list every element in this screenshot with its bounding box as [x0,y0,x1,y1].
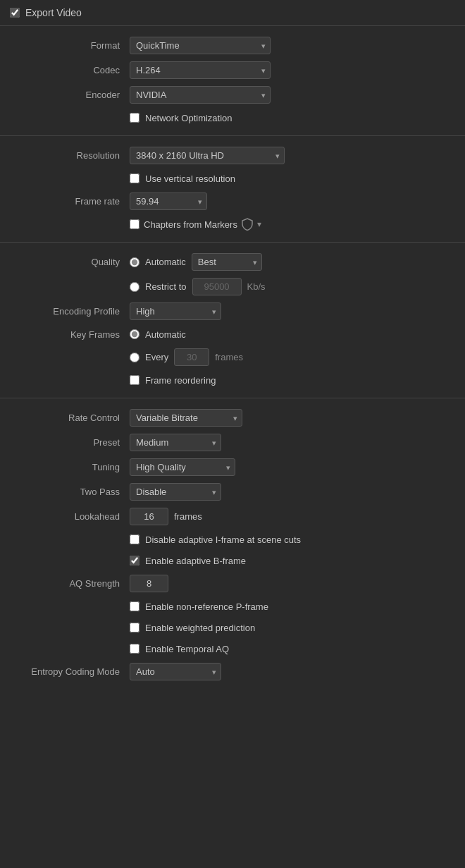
aq-strength-input[interactable] [130,575,168,592]
enable-non-ref-row: Enable non-reference P-frame [0,596,465,617]
resolution-row: Resolution 3840 x 2160 Ultra HD 1920 x 1… [0,143,465,168]
key-frames-label: Key Frames [10,329,130,340]
preset-row: Preset Medium Slow Fast Ultra Fast [0,430,465,455]
resolution-label: Resolution [10,150,130,161]
frame-rate-controls: 59.94 29.97 23.976 24 25 30 60 [130,192,207,210]
key-every-radio[interactable] [130,353,140,362]
resolution-section: Resolution 3840 x 2160 Ultra HD 1920 x 1… [0,136,465,243]
quality-row: Quality Automatic Best High Medium Low [0,250,465,274]
frame-rate-row: Frame rate 59.94 29.97 23.976 24 25 30 6… [0,189,465,214]
encoder-select[interactable]: NVIDIA Software AMD [130,86,271,104]
frame-reordering-controls: Frame reordering [130,375,216,386]
two-pass-select[interactable]: Disable Enable [130,483,221,501]
format-label: Format [10,40,130,51]
enable-adaptive-b-checkbox[interactable] [130,556,140,566]
enable-weighted-checkbox[interactable] [130,623,140,632]
quality-section: Quality Automatic Best High Medium Low R [0,243,465,398]
entropy-coding-select-wrap: Auto CABAC CAVLC [130,663,221,680]
quality-best-select[interactable]: Best High Medium Low [192,253,262,271]
network-opt-row: Network Optimization [0,107,465,128]
quality-best-select-wrap: Best High Medium Low [192,253,262,271]
disable-adaptive-checkbox[interactable] [130,534,140,544]
rate-control-label: Rate Control [10,412,130,423]
format-controls: QuickTime MP4 MXF AVI [130,37,271,54]
encoder-controls: NVIDIA Software AMD [130,86,271,104]
disable-adaptive-row: Disable adaptive I-frame at scene cuts [0,529,465,550]
export-video-label[interactable]: Export Video [10,7,82,18]
key-every-label: Every [145,352,168,362]
tuning-controls: High Quality Low Latency Ultra Low Laten… [130,458,235,476]
preset-controls: Medium Slow Fast Ultra Fast [130,434,221,451]
encoder-row: Encoder NVIDIA Software AMD [0,82,465,107]
quality-label: Quality [10,257,130,267]
encoding-profile-row: Encoding Profile High Main Baseline [0,299,465,324]
key-automatic-radio[interactable] [130,329,140,339]
key-automatic-label: Automatic [145,329,186,340]
export-video-header: Export Video [0,0,465,26]
restrict-to-input[interactable] [192,278,242,295]
enable-weighted-controls: Enable weighted prediction [130,623,255,633]
rate-control-select[interactable]: Variable Bitrate Constant Bitrate Consta… [130,409,242,427]
lookahead-frames-label: frames [174,511,202,522]
encoding-profile-select[interactable]: High Main Baseline [130,302,221,320]
entropy-coding-controls: Auto CABAC CAVLC [130,663,221,680]
entropy-coding-label: Entropy Coding Mode [10,666,130,677]
key-frames-row: Key Frames Automatic [0,324,465,345]
enable-non-ref-controls: Enable non-reference P-frame [130,601,268,612]
frame-rate-select[interactable]: 59.94 29.97 23.976 24 25 30 60 [130,192,207,210]
use-vertical-controls: Use vertical resolution [130,173,235,184]
enable-weighted-row: Enable weighted prediction [0,617,465,638]
entropy-coding-select[interactable]: Auto CABAC CAVLC [130,663,221,680]
frame-reordering-label: Frame reordering [145,375,216,386]
entropy-coding-row: Entropy Coding Mode Auto CABAC CAVLC [0,659,465,684]
enable-temporal-controls: Enable Temporal AQ [130,644,229,654]
chapters-checkbox[interactable] [130,219,140,229]
enable-non-ref-label: Enable non-reference P-frame [145,601,268,612]
rate-control-row: Rate Control Variable Bitrate Constant B… [0,405,465,430]
codec-select-wrap: H.264 H.265 ProRes [130,61,271,79]
enable-temporal-label: Enable Temporal AQ [145,644,229,654]
enable-adaptive-b-label: Enable adaptive B-frame [145,556,246,566]
enable-adaptive-b-controls: Enable adaptive B-frame [130,556,246,566]
format-select-wrap: QuickTime MP4 MXF AVI [130,37,271,54]
encoding-profile-select-wrap: High Main Baseline [130,302,221,320]
network-opt-checkbox[interactable] [130,113,140,123]
aq-strength-row: AQ Strength [0,571,465,596]
frame-reordering-row: Frame reordering [0,369,465,391]
advanced-section: Rate Control Variable Bitrate Constant B… [0,398,465,691]
shield-icon [242,218,253,231]
tuning-select[interactable]: High Quality Low Latency Ultra Low Laten… [130,458,235,476]
enable-temporal-row: Enable Temporal AQ [0,638,465,659]
enable-non-ref-checkbox[interactable] [130,601,140,611]
export-video-checkbox[interactable] [10,8,20,18]
codec-label: Codec [10,65,130,75]
format-section: Format QuickTime MP4 MXF AVI Codec H.264 [0,26,465,136]
key-every-row: Every frames [0,345,465,369]
enable-temporal-checkbox[interactable] [130,644,140,654]
format-select[interactable]: QuickTime MP4 MXF AVI [130,37,271,54]
enable-adaptive-b-row: Enable adaptive B-frame [0,550,465,571]
codec-select[interactable]: H.264 H.265 ProRes [130,61,271,79]
codec-row: Codec H.264 H.265 ProRes [0,58,465,82]
resolution-select[interactable]: 3840 x 2160 Ultra HD 1920 x 1080 HD 1280… [130,147,285,164]
preset-select[interactable]: Medium Slow Fast Ultra Fast [130,434,221,451]
lookahead-input[interactable] [130,508,168,525]
format-row: Format QuickTime MP4 MXF AVI [0,33,465,58]
preset-select-wrap: Medium Slow Fast Ultra Fast [130,434,221,451]
use-vertical-checkbox[interactable] [130,173,140,183]
encoding-profile-label: Encoding Profile [10,306,130,317]
resolution-controls: 3840 x 2160 Ultra HD 1920 x 1080 HD 1280… [130,147,285,164]
frame-reordering-checkbox[interactable] [130,375,140,385]
quality-automatic-radio[interactable] [130,257,140,267]
chapters-controls: Chapters from Markers ▾ [130,218,261,231]
two-pass-row: Two Pass Disable Enable [0,479,465,504]
quality-restrict-radio[interactable] [130,282,140,292]
enable-weighted-label: Enable weighted prediction [145,623,255,633]
disable-adaptive-label: Disable adaptive I-frame at scene cuts [145,534,301,545]
key-frames-every-input[interactable] [174,348,209,366]
chapters-label: Chapters from Markers [144,219,237,230]
lookahead-label: Lookahead [10,511,130,522]
chapters-dropdown-arrow[interactable]: ▾ [257,219,261,229]
aq-strength-controls [130,575,168,592]
disable-adaptive-controls: Disable adaptive I-frame at scene cuts [130,534,301,545]
